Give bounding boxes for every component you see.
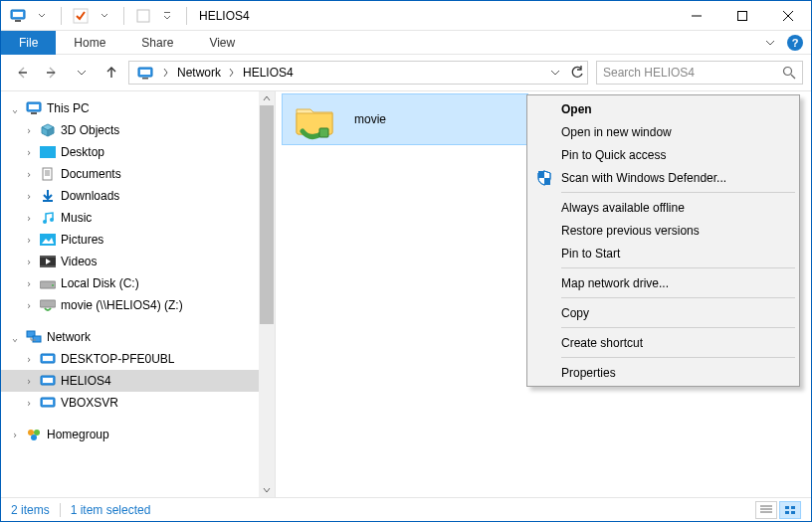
scroll-thumb[interactable]	[260, 105, 274, 324]
tree-item-homegroup[interactable]: › Homegroup	[1, 424, 275, 445]
ctx-copy[interactable]: Copy	[529, 301, 797, 324]
svg-point-53	[31, 435, 37, 440]
desktop-icon	[39, 144, 57, 160]
folder-label: movie	[354, 112, 386, 126]
tree-scrollbar[interactable]	[259, 91, 275, 497]
large-icons-view-button[interactable]	[779, 501, 801, 519]
ribbon-expand-icon[interactable]	[765, 38, 775, 48]
chevron-right-icon[interactable]	[225, 68, 237, 78]
tab-home[interactable]: Home	[56, 31, 123, 55]
expand-icon[interactable]: ›	[9, 430, 21, 440]
tree-item-3d-objects[interactable]: ›3D Objects	[1, 119, 275, 141]
expand-icon[interactable]: ›	[23, 398, 35, 409]
chevron-right-icon[interactable]	[159, 68, 171, 78]
tree-item-this-pc[interactable]: ⌄ This PC	[1, 97, 275, 119]
details-view-button[interactable]	[755, 501, 777, 519]
expand-icon[interactable]: ›	[23, 147, 35, 158]
address-bar[interactable]: Network HELIOS4	[128, 61, 588, 85]
defender-shield-icon	[535, 169, 553, 187]
svg-rect-5	[164, 12, 170, 13]
expand-icon[interactable]: ›	[23, 376, 35, 387]
svg-point-16	[784, 68, 792, 76]
expand-icon[interactable]: ›	[23, 278, 35, 289]
drive-icon	[39, 275, 57, 291]
tree-label: Videos	[61, 255, 97, 268]
expand-icon[interactable]: ›	[23, 191, 35, 202]
tree-label: Downloads	[61, 189, 119, 203]
tree-item-downloads[interactable]: ›Downloads	[1, 185, 275, 207]
ctx-restore-versions[interactable]: Restore previous versions	[529, 219, 797, 242]
expand-icon[interactable]: ›	[23, 257, 35, 267]
ctx-pin-quick-access[interactable]: Pin to Quick access	[529, 143, 797, 166]
tree-item-local-disk[interactable]: ›Local Disk (C:)	[1, 272, 275, 294]
help-icon[interactable]: ?	[787, 35, 803, 51]
scroll-down-icon[interactable]	[259, 483, 275, 497]
menu-separator	[561, 192, 795, 193]
ctx-always-offline[interactable]: Always available offline	[529, 196, 797, 219]
back-button[interactable]	[9, 60, 35, 86]
svg-rect-40	[40, 300, 56, 307]
collapse-icon[interactable]: ⌄	[9, 332, 21, 343]
svg-rect-4	[137, 10, 149, 22]
context-menu: Open Open in new window Pin to Quick acc…	[526, 94, 800, 387]
tree-label: This PC	[47, 101, 90, 115]
expand-icon[interactable]: ›	[23, 354, 35, 365]
file-menu[interactable]: File	[1, 31, 56, 55]
tree-item-network[interactable]: ⌄ Network	[1, 326, 275, 348]
svg-rect-62	[785, 511, 789, 514]
tree-item-music[interactable]: ›Music	[1, 207, 275, 229]
tree-item-network-drive[interactable]: ›movie (\\HELIOS4) (Z:)	[1, 294, 275, 316]
ctx-scan-defender[interactable]: Scan with Windows Defender...	[529, 166, 797, 189]
minimize-button[interactable]	[674, 1, 719, 31]
scroll-up-icon[interactable]	[259, 91, 275, 105]
tree-item-pictures[interactable]: ›Pictures	[1, 229, 275, 251]
svg-point-51	[28, 430, 34, 435]
recent-locations-button[interactable]	[69, 60, 95, 86]
ctx-create-shortcut[interactable]: Create shortcut	[529, 331, 797, 354]
expand-icon[interactable]: ›	[23, 300, 35, 311]
network-drive-icon	[39, 297, 57, 313]
collapse-icon[interactable]: ⌄	[9, 103, 21, 114]
expand-icon[interactable]: ›	[23, 235, 35, 246]
ctx-properties[interactable]: Properties	[529, 361, 797, 384]
search-input[interactable]: Search HELIOS4	[596, 61, 803, 85]
search-icon[interactable]	[782, 66, 796, 80]
expand-icon[interactable]: ›	[23, 169, 35, 180]
tree-label: Documents	[61, 167, 121, 181]
qat-dropdown-icon[interactable]	[94, 5, 115, 27]
address-dropdown-button[interactable]	[543, 62, 565, 84]
tree-item-documents[interactable]: ›Documents	[1, 163, 275, 185]
tree-item-computer[interactable]: ›VBOXSVR	[1, 392, 275, 414]
ctx-open-new-window[interactable]: Open in new window	[529, 120, 797, 143]
svg-rect-7	[738, 11, 747, 20]
tree-item-videos[interactable]: ›Videos	[1, 251, 275, 272]
tree-item-desktop[interactable]: ›Desktop	[1, 141, 275, 163]
address-icon[interactable]	[131, 62, 159, 84]
folder-item[interactable]: movie	[282, 93, 528, 145]
maximize-button[interactable]	[719, 1, 765, 31]
computer-icon[interactable]	[7, 5, 29, 27]
refresh-button[interactable]	[565, 62, 587, 84]
svg-rect-1	[13, 12, 23, 17]
new-folder-icon[interactable]	[132, 5, 154, 27]
tree-item-computer[interactable]: ›HELIOS4	[1, 370, 275, 392]
breadcrumb[interactable]: Network	[171, 62, 225, 84]
ctx-pin-start[interactable]: Pin to Start	[529, 242, 797, 264]
expand-icon[interactable]: ›	[23, 213, 35, 224]
svg-rect-54	[319, 128, 328, 137]
ctx-map-network-drive[interactable]: Map network drive...	[529, 271, 797, 294]
tab-share[interactable]: Share	[123, 31, 191, 55]
qat-dropdown-icon[interactable]	[31, 5, 53, 27]
tree-label: VBOXSVR	[61, 396, 118, 410]
ctx-open[interactable]: Open	[529, 97, 797, 120]
properties-check-icon[interactable]	[70, 5, 92, 27]
up-button[interactable]	[99, 60, 124, 86]
tab-view[interactable]: View	[191, 31, 253, 55]
forward-button[interactable]	[39, 60, 65, 86]
qat-chevron-icon[interactable]	[156, 5, 178, 27]
tree-item-computer[interactable]: ›DESKTOP-PFE0UBL	[1, 348, 275, 370]
breadcrumb[interactable]: HELIOS4	[237, 62, 298, 84]
close-button[interactable]	[765, 1, 811, 31]
svg-rect-25	[43, 168, 52, 180]
expand-icon[interactable]: ›	[23, 125, 35, 136]
